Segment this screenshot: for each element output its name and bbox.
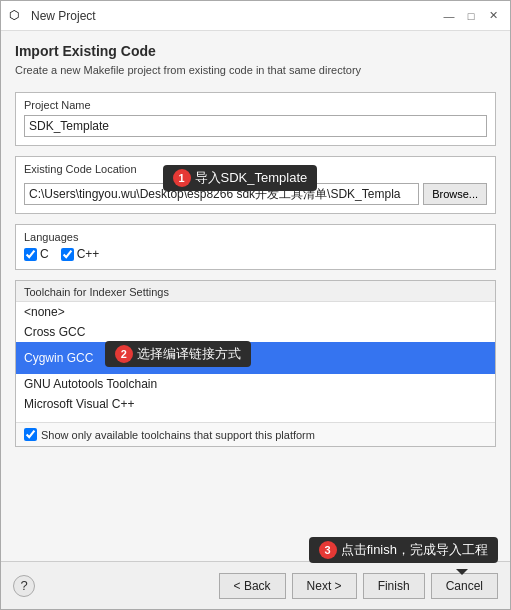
title-bar: ⬡ New Project — □ ✕ (1, 1, 510, 31)
finish-button[interactable]: Finish (363, 573, 425, 599)
callout-3: 3 点击finish，完成导入工程 (309, 537, 498, 563)
existing-code-group: Existing Code Location 1 导入SDK_Template … (15, 156, 496, 214)
toolchain-checkbox-row: Show only available toolchains that supp… (16, 422, 495, 446)
close-button[interactable]: ✕ (484, 7, 502, 25)
c-label-text: C (40, 247, 49, 261)
callout-3-text: 点击finish，完成导入工程 (341, 541, 488, 559)
callout-2-text: 选择编译链接方式 (137, 345, 241, 363)
next-button[interactable]: Next > (292, 573, 357, 599)
new-project-window: ⬡ New Project — □ ✕ Import Existing Code… (0, 0, 511, 610)
callout-1-text: 导入SDK_Template (195, 169, 308, 187)
back-button[interactable]: < Back (219, 573, 286, 599)
badge-1: 1 (173, 169, 191, 187)
page-title: Import Existing Code (15, 43, 496, 59)
footer-left: ? (13, 575, 35, 597)
c-checkbox[interactable] (24, 248, 37, 261)
project-name-input[interactable] (24, 115, 487, 137)
callout-3-container: 3 点击finish，完成导入工程 (309, 537, 498, 563)
title-controls: — □ ✕ (440, 7, 502, 25)
c-language-label[interactable]: C (24, 247, 49, 261)
toolchain-item-cross-gcc[interactable]: Cross GCC (16, 322, 495, 342)
content-area: Import Existing Code Create a new Makefi… (1, 31, 510, 561)
cancel-button[interactable]: Cancel (431, 573, 498, 599)
help-button[interactable]: ? (13, 575, 35, 597)
cpp-label-text: C++ (77, 247, 100, 261)
badge-2: 2 (115, 345, 133, 363)
languages-group: Languages C C++ (15, 224, 496, 270)
toolchain-item-ms-visual-cpp[interactable]: Microsoft Visual C++ (16, 394, 495, 414)
footer-right: 3 点击finish，完成导入工程 < Back Next > Finish C… (219, 573, 498, 599)
languages-checkboxes: C C++ (24, 247, 487, 261)
footer: ? 3 点击finish，完成导入工程 < Back Next > Finish… (1, 561, 510, 609)
minimize-button[interactable]: — (440, 7, 458, 25)
project-name-group: Project Name (15, 92, 496, 146)
toolchain-item-cygwin-gcc[interactable]: Cygwin GCC 2 选择编译链接方式 (16, 342, 495, 374)
callout-2: 2 选择编译链接方式 (105, 341, 251, 367)
project-name-label: Project Name (24, 99, 487, 111)
callout-2-container: 2 选择编译链接方式 (105, 351, 251, 365)
window-icon: ⬡ (9, 8, 25, 24)
toolchain-item-none[interactable]: <none> (16, 302, 495, 322)
toolchain-label: Toolchain for Indexer Settings (16, 281, 495, 302)
existing-code-label-row: Existing Code Location 1 导入SDK_Template (24, 163, 487, 179)
available-toolchains-label: Show only available toolchains that supp… (41, 429, 315, 441)
cpp-checkbox[interactable] (61, 248, 74, 261)
toolchain-item-gnu-autotools[interactable]: GNU Autotools Toolchain (16, 374, 495, 394)
toolchain-list-wrapper: <none> Cross GCC Cygwin GCC 2 选择编译链接方式 G… (16, 302, 495, 422)
callout-3-arrow (456, 569, 468, 575)
available-toolchains-checkbox[interactable] (24, 428, 37, 441)
cpp-language-label[interactable]: C++ (61, 247, 100, 261)
languages-label: Languages (24, 231, 487, 243)
browse-button[interactable]: Browse... (423, 183, 487, 205)
badge-3: 3 (319, 541, 337, 559)
page-subtitle: Create a new Makefile project from exist… (15, 63, 496, 78)
callout-1: 1 导入SDK_Template (163, 165, 318, 191)
maximize-button[interactable]: □ (462, 7, 480, 25)
title-bar-left: ⬡ New Project (9, 8, 96, 24)
toolchain-list: <none> Cross GCC Cygwin GCC 2 选择编译链接方式 G… (16, 302, 495, 422)
toolchain-section: Toolchain for Indexer Settings <none> Cr… (15, 280, 496, 447)
window-title: New Project (31, 9, 96, 23)
existing-code-label: Existing Code Location (24, 163, 137, 175)
